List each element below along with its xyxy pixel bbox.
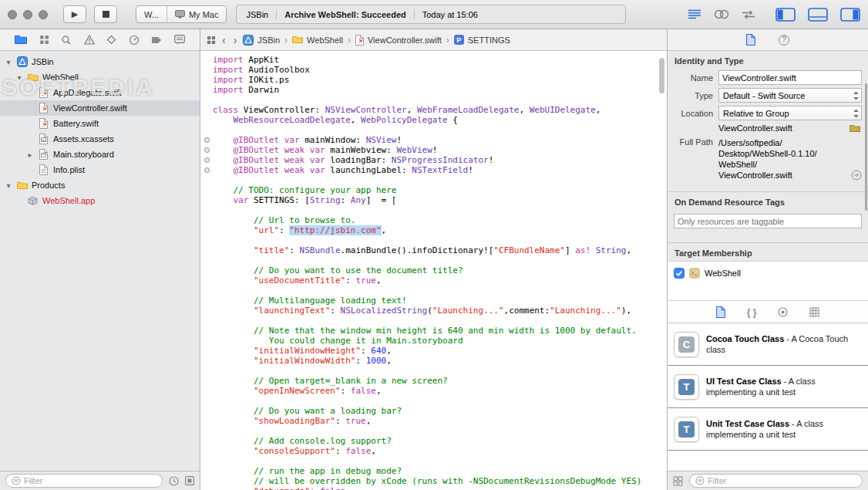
inspector-tab-quick-help[interactable]: ? (779, 35, 789, 46)
scheme-segment[interactable]: W... (136, 6, 167, 22)
tree-row[interactable]: ViewController.swift (0, 100, 200, 116)
navigator-tab-test-navigator[interactable] (106, 35, 116, 45)
tree-row[interactable]: WebShell.app (0, 193, 200, 208)
inspector-scrollbar[interactable] (865, 83, 867, 211)
library-tab-object-library[interactable] (778, 307, 788, 317)
library-filter-input[interactable] (708, 476, 856, 485)
fullpath-label: Full Path (668, 137, 718, 147)
gutter-cell (200, 466, 213, 476)
folder-icon (292, 35, 303, 44)
toggle-navigator-button[interactable] (775, 8, 796, 22)
name-row: Name (668, 69, 868, 86)
tree-label: Assets.xcassets (53, 134, 114, 144)
code-line: import Darwin (200, 85, 667, 95)
name-label: Name (668, 73, 718, 83)
tree-row[interactable]: ▾Products (0, 177, 200, 193)
code-line: "consoleSupport": false, (200, 446, 667, 456)
navigator-tab-issue-navigator[interactable] (84, 35, 95, 45)
code-text: @IBOutlet weak var launchingLabel: NSTex… (213, 165, 473, 175)
odr-tags-field[interactable] (674, 214, 862, 228)
tree-row[interactable]: Info.plist (0, 162, 200, 177)
disclosure-open-icon[interactable]: ▾ (15, 73, 23, 82)
checkbox-checked-icon[interactable] (674, 268, 685, 279)
gutter-cell (200, 436, 213, 446)
code-text: "showLoadingBar": true, (213, 416, 371, 426)
reveal-folder-icon[interactable] (849, 124, 862, 133)
recent-files-icon[interactable] (169, 476, 179, 486)
navigator-tab-symbol-navigator[interactable] (39, 35, 49, 45)
library-tab-media-library[interactable] (809, 307, 819, 317)
navigator-tab-find-navigator[interactable] (61, 35, 72, 46)
code-line: import AudioToolbox (200, 65, 667, 75)
toggle-utilities-button[interactable] (840, 8, 860, 22)
library-tab-code-snippet-library[interactable]: { } (747, 307, 757, 318)
gutter-cell (200, 175, 213, 185)
library-filter-field[interactable] (689, 474, 863, 488)
navigator-filter-input[interactable] (24, 476, 156, 485)
tree-row[interactable]: Battery.swift (0, 116, 200, 131)
library-item[interactable]: TUI Test Case Class - A class implementi… (668, 366, 868, 408)
editor-scrollbar[interactable] (659, 58, 664, 93)
target-row[interactable]: WebShell (674, 265, 862, 281)
scheme-selector[interactable]: W... My Mac (136, 5, 227, 23)
tree-row[interactable]: Assets.xcassets (0, 131, 200, 147)
disclosure-closed-icon[interactable]: ▸ (26, 150, 34, 159)
toggle-debug-area-button[interactable] (808, 8, 828, 22)
standard-editor-button[interactable] (688, 9, 701, 19)
type-popup[interactable]: Default - Swift Source (718, 88, 862, 103)
breadcrumb-item[interactable]: PSETTINGS (454, 35, 510, 45)
code-line: "initialWindowHeight": 640, (200, 346, 667, 356)
breadcrumb-item[interactable]: ViewController.swift (355, 35, 442, 46)
navigator-tab-project-navigator[interactable] (15, 35, 27, 45)
toggle-utilities-icon (840, 8, 860, 22)
disclosure-open-icon[interactable]: ▾ (5, 181, 12, 190)
breadcrumb-item[interactable]: WebShell (292, 35, 343, 45)
quick-help-icon: ? (779, 35, 789, 46)
stop-button[interactable] (94, 5, 117, 23)
code-editor[interactable]: import AppKitimport AudioToolboximport I… (200, 51, 667, 490)
source-control-filter-icon[interactable] (185, 476, 194, 485)
play-icon: ▶ (72, 9, 78, 19)
library-item[interactable]: TUnit Test Case Class - A class implemen… (668, 408, 868, 451)
tree-label: Battery.swift (53, 119, 99, 128)
tree-row[interactable]: ▸Main.storyboard (0, 147, 200, 162)
library-tab-file-template-library[interactable] (716, 306, 725, 318)
inspector-tab-file-inspector[interactable] (746, 34, 755, 46)
breadcrumb-separator: › (348, 35, 351, 46)
tree-row[interactable]: AppDelegate.swift (0, 85, 200, 100)
gutter-cell (200, 265, 213, 275)
filter-icon (12, 476, 21, 485)
odr-header: On Demand Resource Tags (668, 192, 868, 210)
gutter-cell (200, 426, 213, 436)
run-button[interactable]: ▶ (63, 5, 86, 23)
assistant-editor-button[interactable] (714, 9, 729, 19)
library-item[interactable]: CCocoa Touch Class - A Cocoa Touch class (668, 323, 868, 366)
gutter-cell (200, 225, 213, 235)
location-popup[interactable]: Relative to Group (718, 106, 862, 120)
minimize-button[interactable] (23, 10, 32, 19)
name-field[interactable] (718, 70, 862, 85)
tree-row[interactable]: ▾WebShell (0, 69, 200, 85)
navigator-tab-bar (0, 29, 200, 51)
forward-button[interactable]: › (232, 35, 239, 46)
navigator-tab-breakpoint-navigator[interactable] (151, 35, 162, 45)
version-editor-button[interactable] (742, 10, 755, 19)
navigator-tab-debug-navigator[interactable] (129, 35, 140, 46)
disclosure-open-icon[interactable]: ▾ (5, 58, 12, 66)
zoom-button[interactable] (39, 10, 48, 19)
open-path-arrow-icon[interactable] (851, 170, 862, 181)
related-items-icon[interactable] (207, 35, 216, 45)
navigator-filter-field[interactable] (5, 474, 163, 488)
tree-label: Products (32, 181, 65, 190)
issue-navigator-icon (84, 35, 95, 45)
code-text: @IBOutlet weak var mainWebview: WebView! (213, 145, 437, 155)
navigator-tab-report-navigator[interactable] (174, 35, 185, 45)
back-button[interactable]: ‹ (220, 35, 227, 46)
close-button[interactable] (8, 10, 17, 19)
gutter-cell (200, 105, 213, 115)
breadcrumb-item[interactable]: JSBin (243, 35, 280, 46)
tree-row[interactable]: ▾JSBin (0, 54, 200, 69)
destination-segment[interactable]: My Mac (167, 6, 227, 22)
library-grid-icon[interactable] (673, 476, 683, 486)
gutter-cell (200, 286, 213, 296)
